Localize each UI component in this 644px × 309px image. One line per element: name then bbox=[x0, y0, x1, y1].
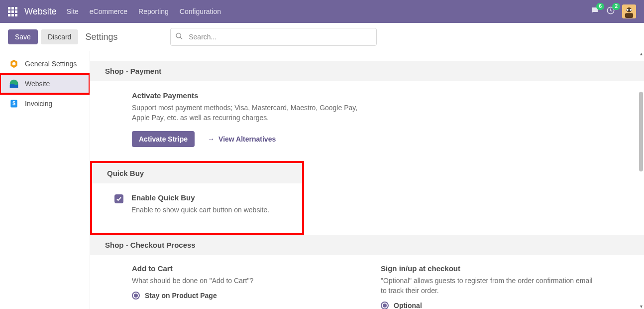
nav-reporting[interactable]: Reporting bbox=[138, 7, 169, 15]
section-body-checkout: Add to Cart What should be done on "Add … bbox=[90, 255, 644, 309]
search-icon bbox=[175, 32, 183, 42]
nav-ecommerce[interactable]: eCommerce bbox=[90, 7, 127, 15]
activity-button[interactable]: 2 bbox=[606, 6, 615, 17]
addcart-desc: What should be done on "Add to Cart"? bbox=[132, 276, 351, 286]
svg-point-6 bbox=[630, 9, 632, 11]
settings-content[interactable]: Shop - Payment Activate Payments Support… bbox=[90, 51, 644, 309]
search-input[interactable] bbox=[170, 28, 377, 46]
invoice-icon: $ bbox=[9, 99, 19, 109]
discard-button[interactable]: Discard bbox=[41, 29, 78, 44]
activate-stripe-button[interactable]: Activate Stripe bbox=[132, 131, 195, 147]
payment-title: Activate Payments bbox=[132, 91, 629, 100]
addcart-radio-stay-label: Stay on Product Page bbox=[145, 292, 217, 300]
app-brand[interactable]: Website bbox=[24, 6, 57, 17]
avatar[interactable] bbox=[622, 4, 636, 18]
signin-desc: "Optional" allows guests to register fro… bbox=[381, 276, 600, 296]
chat-button[interactable]: 6 bbox=[590, 6, 599, 17]
sidebar-item-label: General Settings bbox=[25, 60, 77, 68]
scroll-thumb[interactable] bbox=[639, 92, 643, 171]
activity-badge: 2 bbox=[612, 3, 620, 10]
signin-radio-optional[interactable] bbox=[381, 302, 389, 309]
sidebar-item-general[interactable]: General Settings bbox=[0, 54, 90, 74]
section-body-payment: Activate Payments Support most payment m… bbox=[90, 81, 644, 161]
view-alternatives-label: View Alternatives bbox=[218, 135, 276, 143]
scroll-down-icon[interactable]: ▾ bbox=[640, 304, 643, 309]
quickbuy-checkbox[interactable] bbox=[114, 194, 123, 203]
chat-badge: 6 bbox=[596, 3, 604, 10]
section-header-checkout: Shop - Checkout Process bbox=[90, 235, 644, 255]
nav-configuration[interactable]: Configuration bbox=[180, 7, 221, 15]
save-button[interactable]: Save bbox=[8, 29, 38, 44]
arrow-right-icon: → bbox=[208, 135, 215, 143]
svg-line-8 bbox=[180, 37, 182, 39]
apps-icon[interactable] bbox=[8, 7, 17, 16]
scrollbar[interactable]: ▴ ▾ bbox=[637, 51, 644, 309]
svg-rect-3 bbox=[625, 13, 633, 18]
addcart-radio-stay[interactable] bbox=[132, 292, 140, 300]
svg-point-7 bbox=[176, 33, 181, 38]
gear-icon bbox=[9, 59, 19, 69]
svg-point-5 bbox=[627, 9, 629, 11]
quickbuy-title: Enable Quick Buy bbox=[131, 193, 269, 202]
top-nav: Website Site eCommerce Reporting Configu… bbox=[0, 0, 644, 23]
signin-radio-optional-label: Optional bbox=[394, 302, 422, 309]
nav-site[interactable]: Site bbox=[67, 7, 79, 15]
sidebar-item-invoicing[interactable]: $ Invoicing bbox=[0, 94, 90, 114]
svg-point-10 bbox=[12, 62, 16, 66]
search-box bbox=[170, 28, 377, 46]
payment-desc: Support most payment methods; Visa, Mast… bbox=[132, 103, 361, 123]
view-alternatives-link[interactable]: → View Alternatives bbox=[208, 135, 276, 143]
quickbuy-desc: Enable to show quick cart button on webs… bbox=[131, 205, 269, 215]
sidebar-item-label: Website bbox=[25, 80, 50, 88]
sidebar-item-website[interactable]: Website bbox=[0, 74, 90, 94]
page-title: Settings bbox=[85, 32, 117, 42]
scroll-up-icon[interactable]: ▴ bbox=[640, 51, 643, 56]
action-bar: Save Discard Settings bbox=[0, 23, 644, 51]
globe-icon bbox=[9, 79, 19, 89]
settings-sidebar: General Settings Website $ Invoicing bbox=[0, 51, 90, 309]
section-header-quickbuy: Quick Buy bbox=[92, 163, 302, 183]
section-header-payment: Shop - Payment bbox=[90, 61, 644, 81]
sidebar-item-label: Invoicing bbox=[25, 100, 52, 108]
svg-text:$: $ bbox=[12, 101, 15, 106]
signin-title: Sign in/up at checkout bbox=[381, 264, 600, 273]
addcart-title: Add to Cart bbox=[132, 264, 351, 273]
quick-buy-highlight: Quick Buy Enable Quick Buy Enable to sho… bbox=[90, 161, 304, 235]
